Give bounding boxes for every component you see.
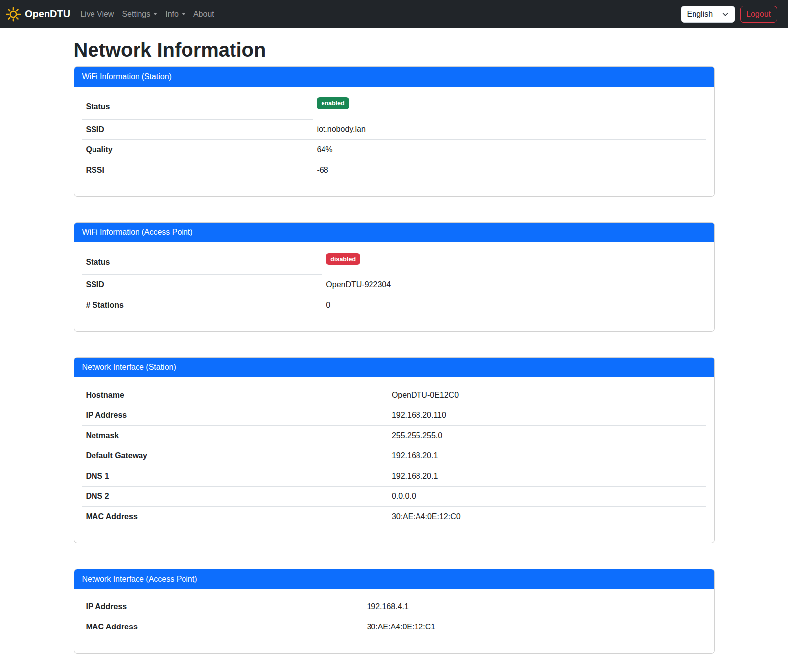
card-body: Hostname OpenDTU-0E12C0 IP Address 192.1… — [74, 377, 714, 543]
card-network-interface-station: Network Interface (Station) Hostname Ope… — [74, 357, 715, 543]
row-value: -68 — [313, 160, 706, 180]
language-select[interactable]: English — [681, 6, 735, 23]
language-select-value: English — [687, 10, 713, 19]
chevron-down-icon — [182, 13, 185, 15]
row-value: iot.nobody.lan — [313, 119, 706, 139]
info-table: Hostname OpenDTU-0E12C0 IP Address 192.1… — [82, 385, 706, 527]
table-row: Netmask 255.255.255.0 — [82, 426, 706, 446]
card-header: Network Interface (Access Point) — [74, 569, 714, 589]
navbar: OpenDTU Live View Settings Info About En… — [0, 0, 788, 28]
row-label: Quality — [82, 139, 313, 160]
brand-link[interactable]: OpenDTU — [6, 5, 70, 24]
table-row: Status disabled — [82, 250, 706, 275]
table-row: DNS 1 192.168.20.1 — [82, 466, 706, 487]
info-table: IP Address 192.168.4.1 MAC Address 30:AE… — [82, 597, 706, 637]
card-body: IP Address 192.168.4.1 MAC Address 30:AE… — [74, 589, 714, 653]
row-label: RSSI — [82, 160, 313, 180]
card-header: WiFi Information (Station) — [74, 67, 714, 87]
table-row: RSSI -68 — [82, 160, 706, 180]
row-value: 0 — [322, 295, 706, 315]
main-content: Network Information WiFi Information (St… — [68, 28, 721, 672]
table-row: DNS 2 0.0.0.0 — [82, 487, 706, 507]
table-row: Default Gateway 192.168.20.1 — [82, 446, 706, 466]
row-label: IP Address — [82, 405, 388, 426]
row-label: Status — [82, 94, 313, 119]
row-value: 64% — [313, 139, 706, 160]
nav-item-label: Info — [165, 10, 179, 19]
table-row: Status enabled — [82, 94, 706, 119]
row-label: MAC Address — [82, 617, 363, 637]
row-label: SSID — [82, 275, 323, 295]
row-label: DNS 1 — [82, 466, 388, 487]
table-row: Hostname OpenDTU-0E12C0 — [82, 385, 706, 405]
nav-item-live-view[interactable]: Live View — [76, 6, 118, 23]
status-badge: disabled — [326, 253, 360, 265]
card-wifi-station: WiFi Information (Station) Status enable… — [74, 66, 715, 197]
nav-item-settings[interactable]: Settings — [118, 6, 161, 23]
row-label: SSID — [82, 119, 313, 139]
info-table: Status enabled SSID iot.nobody.lan Quali… — [82, 94, 706, 180]
row-value: 192.168.20.1 — [388, 446, 706, 466]
table-row: SSID iot.nobody.lan — [82, 119, 706, 139]
table-row: # Stations 0 — [82, 295, 706, 315]
row-label: Status — [82, 250, 323, 275]
logout-button[interactable]: Logout — [740, 6, 777, 23]
table-row: Quality 64% — [82, 139, 706, 160]
table-row: IP Address 192.168.20.110 — [82, 405, 706, 426]
row-value: 0.0.0.0 — [388, 487, 706, 507]
row-label: IP Address — [82, 597, 363, 617]
sun-icon — [6, 7, 21, 22]
nav-item-info[interactable]: Info — [161, 6, 189, 23]
row-label: MAC Address — [82, 507, 388, 527]
nav-links: Live View Settings Info About — [76, 6, 218, 23]
row-value: 30:AE:A4:0E:12:C0 — [388, 507, 706, 527]
card-body: Status disabled SSID OpenDTU-922304 # St… — [74, 242, 714, 332]
table-row: SSID OpenDTU-922304 — [82, 275, 706, 295]
chevron-down-icon — [153, 13, 157, 15]
row-value: 192.168.20.1 — [388, 466, 706, 487]
row-label: DNS 2 — [82, 487, 388, 507]
row-value: OpenDTU-0E12C0 — [388, 385, 706, 405]
card-header: Network Interface (Station) — [74, 358, 714, 377]
card-body: Status enabled SSID iot.nobody.lan Quali… — [74, 87, 714, 196]
row-label: Netmask — [82, 426, 388, 446]
info-table: Status disabled SSID OpenDTU-922304 # St… — [82, 250, 706, 316]
row-value: OpenDTU-922304 — [322, 275, 706, 295]
row-value: 255.255.255.0 — [388, 426, 706, 446]
row-value: 30:AE:A4:0E:12:C1 — [363, 617, 706, 637]
chevron-down-icon — [722, 11, 729, 18]
page-title: Network Information — [74, 39, 715, 61]
brand-label: OpenDTU — [25, 8, 70, 20]
table-row: MAC Address 30:AE:A4:0E:12:C1 — [82, 617, 706, 637]
row-label: # Stations — [82, 295, 323, 315]
status-badge: enabled — [317, 97, 349, 109]
card-header: WiFi Information (Access Point) — [74, 223, 714, 242]
nav-item-about[interactable]: About — [189, 6, 218, 23]
table-row: MAC Address 30:AE:A4:0E:12:C0 — [82, 507, 706, 527]
row-label: Default Gateway — [82, 446, 388, 466]
nav-item-label: Settings — [122, 10, 150, 19]
card-network-interface-access-point: Network Interface (Access Point) IP Addr… — [74, 569, 715, 654]
card-wifi-access-point: WiFi Information (Access Point) Status d… — [74, 222, 715, 332]
row-label: Hostname — [82, 385, 388, 405]
row-value: 192.168.4.1 — [363, 597, 706, 617]
nav-item-label: Live View — [80, 10, 114, 19]
nav-item-label: About — [193, 10, 214, 19]
table-row: IP Address 192.168.4.1 — [82, 597, 706, 617]
row-value: 192.168.20.110 — [388, 405, 706, 426]
